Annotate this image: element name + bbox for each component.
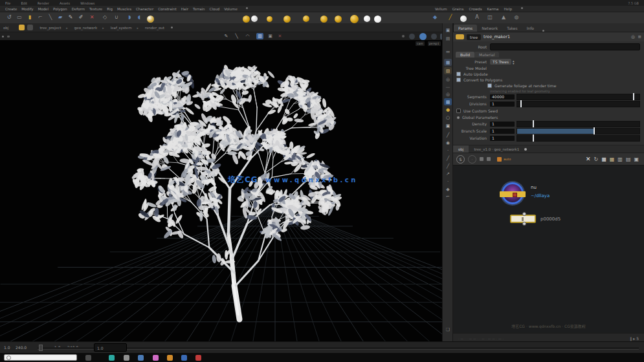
shelf-tool-icon[interactable]: [267, 16, 272, 22]
header-action-icon[interactable]: ≡: [638, 34, 641, 39]
slider-handle[interactable]: [520, 100, 522, 107]
shelf-tab[interactable]: Volume: [224, 7, 237, 11]
shelf-tab[interactable]: Vellum: [435, 7, 447, 11]
taskbar-app-icon[interactable]: [181, 355, 187, 361]
side-tool-icon[interactable]: ○: [444, 114, 452, 121]
shelf-tool-icon[interactable]: [283, 16, 291, 23]
network-tab-active[interactable]: obj: [453, 145, 469, 153]
side-tool-icon[interactable]: ▦: [444, 59, 452, 66]
taskbar-app-icon[interactable]: [153, 355, 159, 361]
path-segment[interactable]: geo_network: [74, 26, 97, 30]
shelf-tab[interactable]: Cloud: [210, 7, 220, 11]
slider-handle[interactable]: [594, 127, 595, 134]
shelf-tool-icon[interactable]: ◍: [513, 14, 520, 21]
shelf-tool-icon[interactable]: [251, 16, 258, 22]
shelf-tab[interactable]: Hair: [181, 7, 188, 11]
shelf-tab[interactable]: Crowds: [469, 7, 482, 11]
shelf-tool-icon[interactable]: [243, 16, 250, 23]
side-tool-icon[interactable]: —: [444, 83, 452, 90]
taskbar-app-icon[interactable]: [167, 355, 173, 361]
network-breadcrumb[interactable]: tree_v1.0 · geo_network1: [474, 147, 519, 151]
slider-handle[interactable]: [633, 93, 634, 100]
side-tool-icon[interactable]: ↗: [444, 170, 452, 177]
side-tool-icon[interactable]: ▣: [444, 27, 452, 34]
scene-canvas[interactable]: [0, 40, 442, 341]
list-toggle-icon[interactable]: [487, 157, 491, 161]
taskbar-app-icon[interactable]: [195, 355, 201, 361]
layout-icon[interactable]: ▤: [626, 156, 631, 162]
titlebar-menu-item[interactable]: File: [5, 1, 10, 5]
shelf-tool-icon[interactable]: ◇: [101, 14, 109, 21]
shelf-tab[interactable]: Grains: [452, 7, 464, 11]
viewport-view-icon[interactable]: [419, 33, 427, 40]
side-tool-icon[interactable]: ◆: [444, 186, 452, 193]
shelf-tool-icon[interactable]: ⌐: [36, 14, 44, 21]
viewport-tool-icon[interactable]: ╲: [233, 33, 240, 39]
auto-update-icon[interactable]: [497, 157, 502, 162]
pane-tab-takes[interactable]: Takes: [502, 25, 522, 32]
shelf-tool-icon[interactable]: ▲: [500, 14, 507, 21]
snapshot-icon[interactable]: ▣: [634, 156, 639, 162]
shelf-tool-icon[interactable]: [147, 16, 154, 23]
shelf-tab[interactable]: Create: [5, 7, 17, 11]
param-slider-track[interactable]: [516, 135, 640, 142]
shelf-tool-icon[interactable]: [335, 16, 342, 23]
titlebar-menu-item[interactable]: Assets: [60, 1, 70, 5]
param-text-input[interactable]: [490, 43, 640, 50]
node-type-label[interactable]: tree: [467, 34, 481, 40]
node-geometry[interactable]: [510, 215, 536, 223]
titlebar-menu-item[interactable]: Render: [38, 1, 49, 5]
path-root[interactable]: obj: [3, 26, 8, 30]
shelf-tab[interactable]: Modify: [21, 7, 33, 11]
param-value-field[interactable]: 40000: [490, 94, 515, 100]
close-icon[interactable]: ✕: [586, 156, 591, 162]
side-tool-icon[interactable]: ◎: [444, 76, 452, 83]
side-tool-icon[interactable]: ·: [444, 147, 452, 154]
network-editor[interactable]: nu ~/dllaya p0000d5 培艺CG · www.qdnxxfb.c…: [453, 165, 644, 333]
shelf-tool-icon[interactable]: [374, 16, 381, 23]
snap-button[interactable]: S: [456, 155, 465, 164]
frame-end[interactable]: 240.0: [16, 345, 27, 350]
shelf-tab[interactable]: Constraint: [158, 7, 177, 11]
side-tool-icon[interactable]: ╱: [444, 154, 452, 162]
side-tool-icon[interactable]: ·: [444, 178, 452, 185]
shelf-tool-icon[interactable]: [303, 16, 309, 22]
path-segment[interactable]: tree_project: [39, 26, 61, 30]
shelf-tool-icon[interactable]: [320, 16, 328, 23]
param-value-field[interactable]: 1: [490, 122, 515, 127]
side-tool-icon[interactable]: ▬: [444, 48, 452, 55]
param-value-field[interactable]: 1: [490, 129, 515, 134]
param-subtab[interactable]: Material: [474, 52, 499, 58]
viewport-3d[interactable]: 培艺CG www.qdnxxfb.cn campersp1: [0, 40, 442, 341]
param-slider-track[interactable]: [516, 94, 640, 100]
param-subtab[interactable]: Build: [456, 52, 474, 58]
grid-icon[interactable]: ▥: [617, 156, 623, 162]
path-segment[interactable]: leaf_system: [111, 26, 132, 30]
side-tool-icon[interactable]: ▨: [444, 67, 452, 74]
shelf-tool-icon[interactable]: ╱: [447, 14, 454, 21]
taskbar-app-icon[interactable]: [85, 355, 91, 361]
shelf-tool-icon[interactable]: ↺: [5, 14, 13, 21]
pane-tab-info[interactable]: Info: [522, 25, 539, 32]
shelf-tab[interactable]: Texture: [89, 7, 102, 11]
side-tool-icon[interactable]: ╱: [444, 162, 452, 169]
shelf-tool-icon[interactable]: ╲: [47, 14, 54, 21]
path-segment[interactable]: render_out: [145, 26, 164, 30]
timeline-track[interactable]: [38, 347, 639, 350]
output-connector[interactable]: [522, 222, 526, 226]
taskbar-app-icon[interactable]: [138, 355, 144, 361]
side-tool-icon[interactable]: ▤: [444, 35, 452, 42]
viewport-view-icon[interactable]: [409, 34, 415, 39]
side-tool-icon[interactable]: ●: [444, 106, 452, 113]
viewport-tool-icon[interactable]: ▥: [256, 33, 263, 39]
viewport-tool-icon[interactable]: ◠: [244, 33, 251, 39]
param-slider-track[interactable]: [516, 128, 640, 134]
side-tool-icon[interactable]: ⌐: [444, 193, 452, 200]
shelf-tool-icon[interactable]: ◆: [431, 14, 439, 21]
param-slider-track[interactable]: [516, 121, 640, 127]
side-tool-icon[interactable]: ╱: [444, 131, 452, 138]
slider-handle[interactable]: [533, 120, 534, 127]
shelf-tab[interactable]: Character: [136, 7, 153, 11]
shelf-tool-icon[interactable]: ▮: [26, 14, 34, 21]
side-tool-icon[interactable]: ◎: [444, 90, 452, 98]
